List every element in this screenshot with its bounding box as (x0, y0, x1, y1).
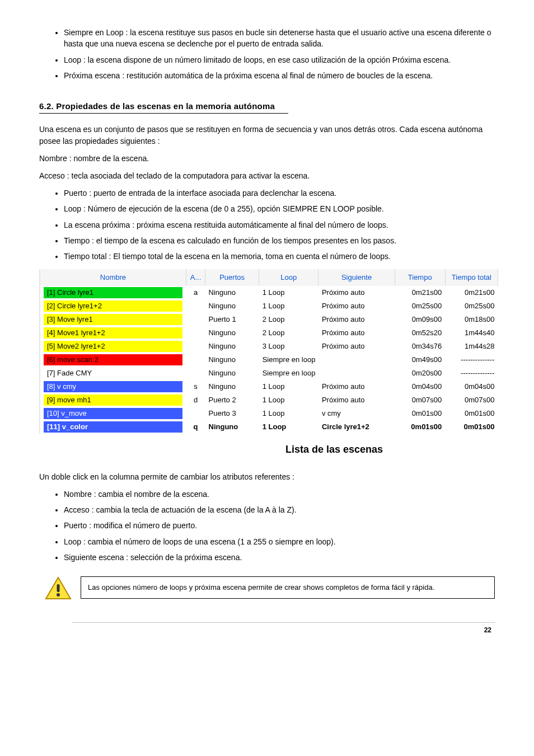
scene-name-cell[interactable]: [4] Move1 lyre1+2 (40, 326, 186, 340)
col-siguiente[interactable]: Siguiente (318, 269, 395, 286)
scene-access-key[interactable]: a (186, 286, 205, 299)
mid-bullet-list: Puerto : puerto de entrada de la interfa… (39, 187, 495, 262)
table-row[interactable]: [2] Circle lyre1+2Ninguno1 LoopPróximo a… (40, 299, 498, 313)
scene-access-key[interactable]: q (186, 420, 205, 434)
scene-loop[interactable]: 1 Loop (259, 299, 318, 313)
scene-name-cell[interactable]: [11] v_color (40, 420, 186, 434)
warning-icon (45, 576, 72, 600)
scene-loop[interactable]: 3 Loop (259, 340, 318, 353)
table-row[interactable]: [4] Move1 lyre1+2Ninguno2 LoopPróximo au… (40, 326, 498, 340)
scene-loop[interactable]: 2 Loop (259, 326, 318, 340)
scene-port[interactable]: Ninguno (205, 367, 259, 380)
scene-next[interactable]: Próximo auto (318, 326, 395, 340)
table-row[interactable]: [5] Move2 lyre1+2Ninguno3 LoopPróximo au… (40, 340, 498, 353)
scene-next[interactable]: Próximo auto (318, 299, 395, 313)
table-row[interactable]: [10] v_movePuerto 31 Loopv cmy0m01s000m0… (40, 407, 498, 420)
scene-loop[interactable]: Siempre en loop (259, 367, 395, 380)
list-item: Tiempo total : El tiempo total de la esc… (64, 251, 495, 262)
scene-name-cell[interactable]: [6] move scan 2 (40, 353, 186, 367)
scene-port[interactable]: Puerto 2 (205, 393, 259, 407)
scene-time: 0m09s00 (395, 313, 445, 326)
scene-name: [2] Circle lyre1+2 (44, 300, 182, 312)
table-row[interactable]: [1] Circle lyre1aNinguno1 LoopPróximo au… (40, 286, 498, 299)
scene-name-cell[interactable]: [1] Circle lyre1 (40, 286, 186, 299)
scene-access-key[interactable]: d (186, 393, 205, 407)
scene-access-key[interactable] (186, 326, 205, 340)
after-caption-paragraph: Un doble click en la columna permite de … (39, 471, 495, 483)
scene-port[interactable]: Puerto 3 (205, 407, 259, 420)
scene-total-time: 0m07s00 (445, 393, 498, 407)
after-bullet-list: Nombre : cambia el nombre de la escena. … (39, 489, 495, 563)
scene-loop[interactable]: 1 Loop (259, 393, 318, 407)
scene-name: [6] move scan 2 (44, 354, 182, 365)
table-row[interactable]: [7] Fade CMYNingunoSiempre en loop0m20s0… (40, 367, 498, 380)
scene-loop[interactable]: 1 Loop (259, 380, 318, 393)
scene-total-time: 1m44s40 (445, 326, 498, 340)
scene-access-key[interactable] (186, 367, 205, 380)
intro-paragraph: Una escena es un conjunto de pasos que s… (39, 124, 495, 147)
scene-next[interactable]: Próximo auto (318, 313, 395, 326)
scene-port[interactable]: Ninguno (205, 380, 259, 393)
scene-port[interactable]: Ninguno (205, 299, 259, 313)
scene-time: 0m52s20 (395, 326, 445, 340)
scene-access-key[interactable] (186, 353, 205, 367)
scene-access-key[interactable] (186, 299, 205, 313)
table-row[interactable]: [3] Move lyre1Puerto 12 LoopPróximo auto… (40, 313, 498, 326)
scene-port[interactable]: Ninguno (205, 340, 259, 353)
scene-loop[interactable]: 2 Loop (259, 313, 318, 326)
scene-time: 0m04s00 (395, 380, 445, 393)
scene-access-key[interactable] (186, 313, 205, 326)
scene-name-cell[interactable]: [5] Move2 lyre1+2 (40, 340, 186, 353)
scene-access-key[interactable] (186, 407, 205, 420)
scene-loop[interactable]: 1 Loop (259, 420, 318, 434)
scene-port[interactable]: Ninguno (205, 286, 259, 299)
scene-name-cell[interactable]: [7] Fade CMY (40, 367, 186, 380)
page-number: 22 (39, 626, 491, 634)
scene-loop[interactable]: 1 Loop (259, 286, 318, 299)
scene-name-cell[interactable]: [9] move mh1 (40, 393, 186, 407)
scene-name-cell[interactable]: [2] Circle lyre1+2 (40, 299, 186, 313)
scene-name-cell[interactable]: [10] v_move (40, 407, 186, 420)
col-acceso[interactable]: A... (186, 269, 205, 286)
scene-port[interactable]: Ninguno (205, 353, 259, 367)
scene-port[interactable]: Puerto 1 (205, 313, 259, 326)
scene-next[interactable]: v cmy (318, 407, 395, 420)
table-row[interactable]: [6] move scan 2NingunoSiempre en loop0m4… (40, 353, 498, 367)
scene-next[interactable]: Próximo auto (318, 340, 395, 353)
scene-name-cell[interactable]: [3] Move lyre1 (40, 313, 186, 326)
scene-loop[interactable]: Siempre en loop (259, 353, 395, 367)
scene-name: [4] Move1 lyre1+2 (44, 327, 182, 339)
col-tiempo-total[interactable]: Tiempo total (445, 269, 498, 286)
scene-time: 0m01s00 (395, 407, 445, 420)
scene-total-time: 0m21s00 (445, 286, 498, 299)
table-row[interactable]: [9] move mh1dPuerto 21 LoopPróximo auto0… (40, 393, 498, 407)
intro-paragraph: Acceso : tecla asociada del teclado de l… (39, 170, 495, 182)
table-row[interactable]: [8] v cmysNinguno1 LoopPróximo auto0m04s… (40, 380, 498, 393)
list-item: Puerto : modifica el número de puerto. (64, 520, 495, 531)
scene-total-time: 0m01s00 (445, 407, 498, 420)
scene-access-key[interactable]: s (186, 380, 205, 393)
scene-name-cell[interactable]: [8] v cmy (40, 380, 186, 393)
col-loop[interactable]: Loop (259, 269, 318, 286)
list-item: Nombre : cambia el nombre de la escena. (64, 489, 495, 500)
scene-total-time: 0m01s00 (445, 420, 498, 434)
scene-next[interactable]: Próximo auto (318, 380, 395, 393)
top-bullet-list: Siempre en Loop : la escena restituye su… (39, 27, 495, 81)
scene-next[interactable]: Circle lyre1+2 (318, 420, 395, 434)
col-puertos[interactable]: Puertos (205, 269, 259, 286)
scene-port[interactable]: Ninguno (205, 326, 259, 340)
table-row[interactable]: [11] v_colorqNinguno1 LoopCircle lyre1+2… (40, 420, 498, 434)
scene-access-key[interactable] (186, 340, 205, 353)
scene-next[interactable]: Próximo auto (318, 286, 395, 299)
scene-loop[interactable]: 1 Loop (259, 407, 318, 420)
col-nombre[interactable]: Nombre (40, 269, 186, 286)
scene-port[interactable]: Ninguno (205, 420, 259, 434)
list-item: Próxima escena : restitución automática … (64, 70, 495, 81)
col-tiempo[interactable]: Tiempo (395, 269, 445, 286)
scene-next[interactable]: Próximo auto (318, 393, 395, 407)
scene-time: 0m07s00 (395, 393, 445, 407)
list-item: Loop : la escena dispone de un número li… (64, 54, 495, 65)
list-item: Siempre en Loop : la escena restituye su… (64, 27, 495, 50)
scene-time: 0m20s00 (395, 367, 445, 380)
table-caption: Lista de las escenas (174, 444, 495, 456)
